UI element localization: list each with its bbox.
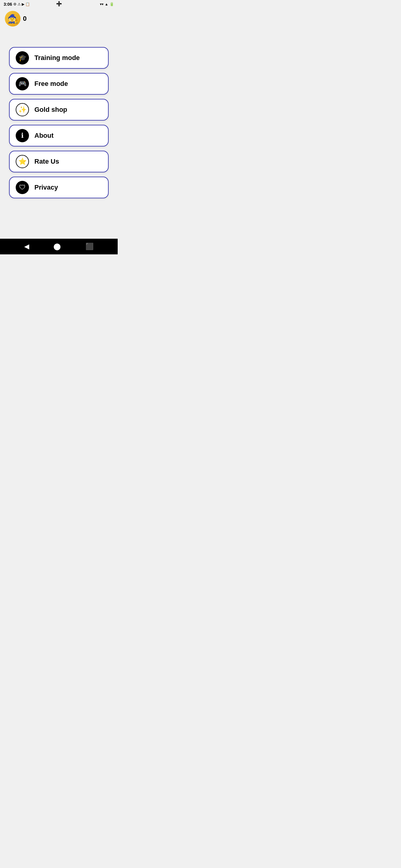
rate-us-label: Rate Us [34, 158, 59, 165]
header-area: 🧙 0 [0, 8, 118, 29]
gold-shop-label: Gold shop [34, 106, 67, 114]
status-bar-center [55, 0, 63, 8]
bottom-nav: ◀ ⬤ ⬛ [0, 239, 118, 254]
nav-back-button[interactable]: ◀ [24, 243, 29, 250]
status-icons: ⚙ ⚠ ▶ 📋 [13, 2, 30, 6]
privacy-label: Privacy [34, 184, 58, 191]
wifi-icon: ▾▾ [100, 2, 104, 6]
shield-icon: ▶ [22, 2, 24, 6]
status-bar: 3:06 ⚙ ⚠ ▶ 📋 ▾▾ ▲ 🔋 [0, 0, 118, 8]
privacy-icon: 🛡 [16, 181, 29, 194]
nav-home-button[interactable]: ⬤ [53, 243, 61, 250]
status-bar-left: 3:06 ⚙ ⚠ ▶ 📋 [4, 2, 30, 7]
signal-icon: ▲ [105, 2, 108, 6]
alert-icon: ⚠ [18, 2, 21, 6]
free-mode-label: Free mode [34, 80, 68, 88]
main-content: 🎓 Training mode 🎮 Free mode ✨ Gold shop … [0, 29, 118, 239]
clipboard-icon: 📋 [25, 2, 30, 6]
avatar: 🧙 [5, 11, 21, 27]
notch [55, 0, 63, 8]
battery-icon: 🔋 [110, 2, 114, 6]
training-mode-button[interactable]: 🎓 Training mode [9, 47, 109, 69]
rate-us-button[interactable]: ⭐ Rate Us [9, 151, 109, 173]
about-label: About [34, 132, 54, 140]
nav-recent-button[interactable]: ⬛ [85, 243, 93, 250]
gold-shop-button[interactable]: ✨ Gold shop [9, 99, 109, 121]
training-mode-label: Training mode [34, 54, 80, 62]
about-button[interactable]: ℹ About [9, 125, 109, 147]
free-mode-icon: 🎮 [16, 77, 29, 90]
status-time: 3:06 [4, 2, 12, 7]
training-mode-icon: 🎓 [16, 51, 29, 64]
rate-us-icon: ⭐ [16, 155, 29, 168]
about-icon: ℹ [16, 129, 29, 142]
gold-shop-icon: ✨ [16, 103, 29, 116]
free-mode-button[interactable]: 🎮 Free mode [9, 73, 109, 95]
score-display: 0 [23, 15, 27, 23]
settings-icon: ⚙ [13, 2, 17, 6]
privacy-button[interactable]: 🛡 Privacy [9, 177, 109, 198]
status-bar-right: ▾▾ ▲ 🔋 [100, 2, 114, 6]
